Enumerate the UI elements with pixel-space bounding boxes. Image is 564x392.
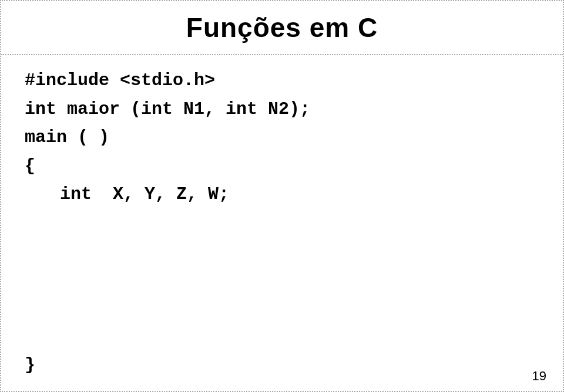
code-line-10 [25, 323, 539, 351]
code-line-8 [25, 266, 539, 294]
code-line-3: main ( ) [25, 124, 539, 151]
code-line-11: } [25, 352, 539, 379]
code-section: #include <stdio.h> int maior (int N1, in… [1, 61, 563, 386]
code-line-6 [25, 209, 539, 237]
slide-title: Funções em C [186, 12, 378, 43]
code-line-9 [25, 295, 539, 322]
code-line-2: int maior (int N1, int N2); [25, 96, 539, 123]
code-line-5: int X, Y, Z, W; [25, 181, 539, 208]
code-line-4: { [25, 153, 539, 180]
slide-container: Funções em C #include <stdio.h> int maio… [0, 0, 564, 392]
title-section: Funções em C [1, 1, 563, 55]
code-line-7 [25, 238, 539, 265]
code-line-1: #include <stdio.h> [25, 67, 539, 94]
page-number: 19 [532, 369, 546, 384]
